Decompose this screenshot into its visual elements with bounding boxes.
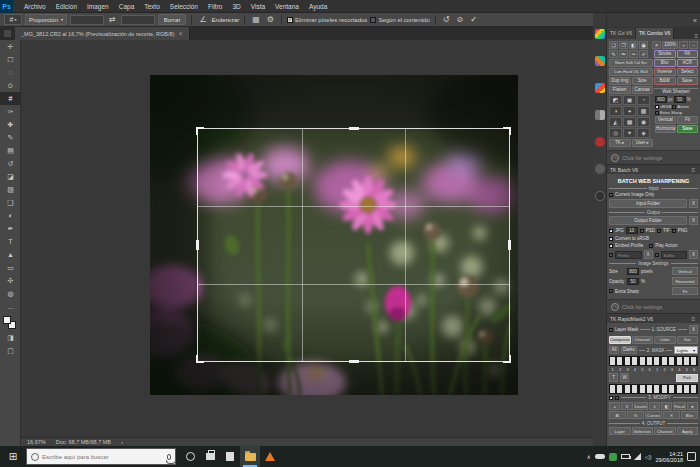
adjustment-icon-button[interactable]: ▣: [623, 95, 636, 105]
taskbar-clock[interactable]: 14:21 29/06/2018: [655, 451, 683, 463]
menu-item[interactable]: Ventana: [270, 0, 304, 13]
fill-button[interactable]: Fill: [677, 50, 699, 58]
gradient-tool[interactable]: ▨: [0, 183, 21, 196]
tk-batch-settings-bar[interactable]: Tk Click for settings: [607, 299, 700, 313]
healing-brush-tool[interactable]: ✚: [0, 118, 21, 131]
menu-item[interactable]: Vista: [246, 0, 270, 13]
select-button[interactable]: Select: [677, 68, 699, 76]
blend-modes-row-1[interactable]: Norm Soft Col Scr: [609, 59, 653, 67]
canvas-area[interactable]: [21, 40, 593, 437]
network-icon[interactable]: [634, 453, 641, 460]
zoom-level[interactable]: 16,67%: [27, 439, 46, 445]
reset-crop-icon[interactable]: ↺: [441, 14, 452, 25]
status-expand-icon[interactable]: ›: [121, 439, 123, 445]
crop-settings-gear-icon[interactable]: ⚙: [265, 14, 276, 25]
embed-profile-checkbox[interactable]: ✓: [609, 244, 613, 248]
paint-tool-icon-button[interactable]: ✐: [639, 50, 648, 58]
save-sharpen-button[interactable]: Save: [677, 125, 698, 133]
hand-tool[interactable]: ✣: [0, 274, 21, 287]
clone-stamp-tool[interactable]: ▤: [0, 144, 21, 157]
dodge-tool[interactable]: ◐: [0, 209, 21, 222]
source-button[interactable]: Composite: [609, 336, 631, 344]
output-button[interactable]: Apply: [677, 427, 699, 435]
fit-sharpen-button[interactable]: Fit: [677, 116, 698, 124]
delete-cropped-pixels-checkbox[interactable]: ✓ Eliminar píxeles recortados: [287, 17, 367, 23]
horizontal-sharpen-button[interactable]: Horizontal: [655, 125, 676, 133]
clear-prefix-button[interactable]: X: [644, 250, 653, 259]
prefix-checkbox[interactable]: [609, 253, 613, 257]
crop-handle-bottom-left[interactable]: [196, 355, 204, 363]
crop-handle-top-right[interactable]: [503, 127, 511, 135]
current-image-only-checkbox[interactable]: Current Image Only: [609, 192, 698, 197]
antivirus-icon[interactable]: [609, 453, 617, 461]
save-button[interactable]: Save: [677, 77, 699, 85]
move-tool[interactable]: ✛: [0, 40, 21, 53]
taskbar-store-button[interactable]: [200, 446, 220, 467]
taskbar-file-explorer-button[interactable]: [240, 446, 260, 467]
paint-tool-icon-button[interactable]: ✎: [609, 50, 618, 58]
adjustment-icon-button[interactable]: ◉: [637, 117, 650, 127]
taskbar-vlc-button[interactable]: [260, 446, 280, 467]
clear-input-folder-button[interactable]: X: [689, 199, 698, 208]
mask-all-button[interactable]: All: [609, 346, 619, 354]
type-tool[interactable]: T: [0, 235, 21, 248]
panel-menu-icon[interactable]: ≡: [691, 316, 697, 322]
modify-button[interactable]: Blur: [681, 411, 698, 419]
crop-bounding-box[interactable]: [197, 128, 510, 362]
foreground-color-swatch[interactable]: [3, 316, 11, 324]
action-checkbox[interactable]: [672, 105, 676, 109]
search-input[interactable]: [42, 454, 164, 460]
dup-img-button[interactable]: Dup Img: [609, 77, 631, 85]
source-button[interactable]: Color: [654, 336, 676, 344]
batch-size-field[interactable]: 800: [627, 268, 639, 275]
modify-checkbox-1[interactable]: ✓: [609, 396, 613, 400]
modify-button[interactable]: ◧: [661, 402, 672, 410]
marquee-tool[interactable]: ☐: [0, 53, 21, 66]
shape-tool[interactable]: ▭: [0, 261, 21, 274]
modify-button[interactable]: Levels: [634, 402, 648, 410]
menu-item[interactable]: Archivo: [19, 0, 51, 13]
photo-flowers[interactable]: [150, 75, 518, 395]
modify-button[interactable]: =: [609, 402, 620, 410]
w-button[interactable]: W: [620, 373, 629, 382]
modify-button[interactable]: Curves: [645, 411, 662, 419]
clear-suffix-button[interactable]: X: [689, 250, 698, 259]
tab-tk-go[interactable]: TK Go V6: [607, 28, 636, 39]
modify-button[interactable]: ✕: [663, 411, 680, 419]
screen-mode-button[interactable]: ▢: [0, 344, 21, 357]
clear-source-button[interactable]: X: [689, 325, 698, 334]
modify-button[interactable]: X: [621, 402, 632, 410]
crop-handle-bottom[interactable]: [349, 360, 359, 363]
menu-item[interactable]: Edición: [51, 0, 82, 13]
lasso-tool[interactable]: ◌: [0, 66, 21, 79]
jpg-quality-field[interactable]: 10: [626, 227, 638, 234]
png-checkbox[interactable]: [672, 229, 676, 233]
collapse-dock-icon[interactable]: «: [693, 17, 697, 24]
input-folder-button[interactable]: Input Folder: [609, 199, 687, 208]
combo-file-icon-button[interactable]: ❏: [609, 41, 618, 49]
adjustment-icon-button[interactable]: ◔: [637, 95, 650, 105]
tool-preset-picker[interactable]: # ▾: [4, 14, 22, 25]
extra-sharp-checkbox[interactable]: [655, 111, 659, 115]
size-button[interactable]: Size: [632, 77, 654, 85]
modify-button[interactable]: ☰: [609, 411, 626, 419]
batch-extra-sharp-checkbox[interactable]: [609, 289, 613, 293]
source-button[interactable]: Channel: [632, 336, 654, 344]
crop-handle-top[interactable]: [349, 127, 359, 130]
adjustment-icon-button[interactable]: ◭: [609, 117, 622, 127]
eraser-tool[interactable]: ◪: [0, 170, 21, 183]
blur-button[interactable]: Blur: [654, 59, 676, 67]
paint-tool-icon-button[interactable]: ✏: [619, 50, 628, 58]
blur-tool[interactable]: ❑: [0, 196, 21, 209]
adjustment-icon-button[interactable]: ▩: [637, 106, 650, 116]
collapsed-panel-icon[interactable]: [595, 137, 605, 147]
brush-tool[interactable]: ✎: [0, 131, 21, 144]
modify-checkbox-2[interactable]: [615, 396, 619, 400]
bw-button[interactable]: B&W: [654, 77, 676, 85]
crop-ratio-width-input[interactable]: [70, 15, 104, 25]
convert-srgb-checkbox[interactable]: ✓Convert to sRGB: [609, 236, 698, 241]
paint-tool-icon-button[interactable]: ✑: [629, 50, 638, 58]
modify-button[interactable]: ●: [687, 402, 698, 410]
adjustment-icon-button[interactable]: ◎: [609, 128, 622, 138]
action-center-icon[interactable]: [687, 452, 696, 461]
